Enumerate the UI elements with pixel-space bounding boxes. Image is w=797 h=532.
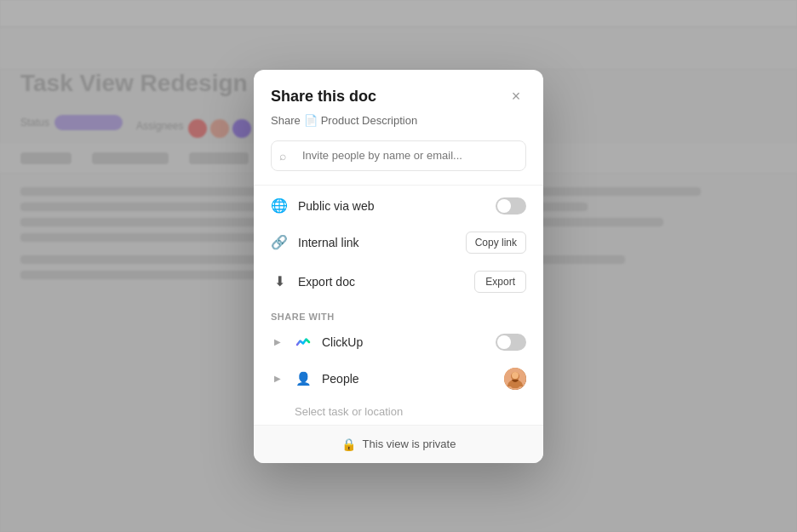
modal-title: Share this doc (271, 88, 376, 106)
subtitle-doc: Product Description (321, 114, 417, 127)
svg-point-2 (512, 372, 519, 379)
share-modal: Share this doc × Share 📄 Product Descrip… (254, 70, 543, 463)
public-via-web-toggle[interactable] (496, 197, 526, 215)
people-row: ▶ 👤 People (254, 359, 543, 398)
people-label: People (322, 372, 494, 386)
export-doc-label: Export doc (298, 275, 464, 289)
export-icon: ⬇ (271, 273, 288, 290)
select-task-label: Select task or location (295, 405, 403, 418)
modal-header: Share this doc × (254, 70, 543, 114)
clickup-chevron[interactable]: ▶ (271, 335, 284, 349)
doc-icon: 📄 (304, 114, 318, 127)
internal-link-label: Internal link (298, 236, 456, 249)
public-via-web-row: 🌐 Public via web (254, 189, 543, 223)
public-via-web-label: Public via web (298, 199, 485, 213)
clickup-row: ▶ ClickUp (254, 325, 543, 359)
svg-rect-3 (511, 382, 519, 388)
modal-footer: 🔒 This view is private (254, 425, 543, 463)
export-doc-row: ⬇ Export doc Export (254, 262, 543, 301)
share-with-label: SHARE WITH (254, 301, 543, 325)
avatar-svg (504, 368, 526, 390)
person-icon: 👤 (295, 370, 312, 387)
search-icon: ⌕ (279, 149, 286, 163)
clickup-toggle[interactable] (496, 334, 526, 351)
modal-subtitle: Share 📄 Product Description (254, 114, 543, 140)
export-button[interactable]: Export (474, 271, 526, 293)
select-task-row[interactable]: Select task or location (254, 398, 543, 425)
private-label: This view is private (363, 438, 456, 450)
internal-link-row: 🔗 Internal link Copy link (254, 223, 543, 262)
modal-overlay: Share this doc × Share 📄 Product Descrip… (0, 0, 797, 532)
people-avatar (504, 368, 526, 390)
divider-1 (254, 185, 543, 186)
search-container: ⌕ (271, 140, 526, 171)
copy-link-button[interactable]: Copy link (466, 232, 526, 254)
link-icon: 🔗 (271, 234, 288, 251)
search-input[interactable] (271, 140, 526, 171)
close-button[interactable]: × (506, 87, 526, 107)
clickup-logo-icon (295, 334, 312, 351)
globe-icon: 🌐 (271, 197, 288, 215)
clickup-label: ClickUp (322, 335, 485, 349)
subtitle-prefix: Share (271, 114, 301, 127)
people-chevron[interactable]: ▶ (271, 372, 284, 386)
lock-icon: 🔒 (341, 438, 356, 451)
